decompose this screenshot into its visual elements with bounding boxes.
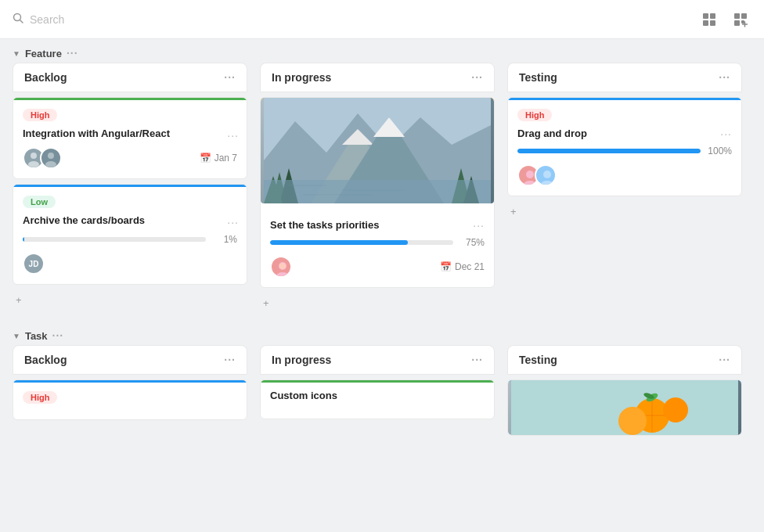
priorities-footer: 📅 Dec 21 xyxy=(270,256,485,278)
priorities-progress-text: 75% xyxy=(459,237,485,248)
card-top-border xyxy=(13,98,247,100)
dragdrop-progress-row: 100% xyxy=(517,146,732,156)
svg-rect-2 xyxy=(703,13,708,19)
dragdrop-card-border xyxy=(508,98,741,100)
task-group-row: ▼ Task ··· xyxy=(0,322,764,345)
board-container: ▼ Feature ··· Backlog ··· High ··· Integ… xyxy=(0,39,764,532)
svg-point-43 xyxy=(618,407,647,435)
feature-columns: Backlog ··· High ··· Integration with An… xyxy=(0,63,764,322)
testing-more-btn[interactable]: ··· xyxy=(719,71,730,84)
svg-rect-4 xyxy=(703,20,708,26)
add-view-button[interactable] xyxy=(730,9,751,31)
search-icon xyxy=(13,13,23,26)
testing-header: Testing ··· xyxy=(507,63,742,92)
priorities-card-image xyxy=(261,98,494,203)
inprogress-task-more-btn[interactable]: ··· xyxy=(471,354,483,366)
backlog-task-header: Backlog ··· xyxy=(13,345,247,375)
svg-rect-6 xyxy=(734,13,740,19)
feature-chevron[interactable]: ▼ xyxy=(13,49,20,58)
priorities-date: 📅 Dec 21 xyxy=(440,261,485,272)
svg-point-14 xyxy=(48,153,54,159)
svg-point-12 xyxy=(31,153,37,159)
task-high-card: High xyxy=(13,379,247,420)
integration-priority: High xyxy=(23,109,57,121)
dragdrop-footer xyxy=(517,164,732,186)
backlog-column: Backlog ··· High ··· Integration with An… xyxy=(6,63,254,312)
priorities-card-body: Set the tasks priorities ··· 75% xyxy=(261,211,494,287)
feature-group-label: Feature xyxy=(25,48,62,59)
svg-point-34 xyxy=(526,171,534,178)
svg-point-44 xyxy=(663,397,688,422)
priorities-title: Set the tasks priorities xyxy=(270,219,379,231)
svg-point-33 xyxy=(279,263,286,269)
inprogress-task-header: In progress ··· xyxy=(260,345,495,375)
scroll-spacer xyxy=(0,442,764,458)
task-high-border xyxy=(13,380,247,383)
search-placeholder: Search xyxy=(30,13,64,26)
archive-progress-bar xyxy=(23,237,206,242)
dragdrop-more[interactable]: ··· xyxy=(720,128,732,140)
archive-more[interactable]: ··· xyxy=(227,216,239,228)
task-high-priority: High xyxy=(23,391,57,404)
header: Search xyxy=(0,0,764,39)
integration-more[interactable]: ··· xyxy=(227,129,239,142)
backlog-task-more-btn[interactable]: ··· xyxy=(224,354,236,366)
search-bar[interactable]: Search xyxy=(13,13,64,26)
inprogress-column: In progress ··· xyxy=(254,63,501,315)
inprogress-task-column: In progress ··· Custom icons xyxy=(254,345,501,419)
backlog-task-label: Backlog xyxy=(24,354,67,366)
archive-progress-fill xyxy=(23,237,24,242)
svg-rect-27 xyxy=(264,180,491,203)
svg-rect-3 xyxy=(710,13,715,19)
archive-card: Low ··· Archive the cards/boards 1% JD xyxy=(13,184,247,285)
task-group-more[interactable]: ··· xyxy=(52,329,64,342)
priorities-avatar-1 xyxy=(270,256,292,278)
priorities-progress-fill xyxy=(270,240,408,245)
testing-task-column: Testing ··· xyxy=(501,345,748,436)
priorities-date-text: Dec 21 xyxy=(455,261,485,272)
integration-date: 📅 Jan 7 xyxy=(200,153,237,164)
archive-card-border xyxy=(13,185,247,187)
feature-group-more[interactable]: ··· xyxy=(67,47,78,59)
archive-avatar: JD xyxy=(23,253,45,275)
inprogress-more-btn[interactable]: ··· xyxy=(471,71,483,84)
inprogress-task-label: In progress xyxy=(272,354,331,366)
calendar-icon: 📅 xyxy=(200,153,211,164)
priorities-more[interactable]: ··· xyxy=(473,219,485,232)
integration-footer: 📅 Jan 7 xyxy=(23,147,237,169)
backlog-label: Backlog xyxy=(24,71,67,84)
testing-task-more-btn[interactable]: ··· xyxy=(719,354,730,366)
task-chevron[interactable]: ▼ xyxy=(13,332,20,340)
testing-column: Testing ··· High Drag and drop ··· 100% xyxy=(501,63,748,224)
calendar-icon-2: 📅 xyxy=(440,261,452,272)
testing-add-card[interactable]: + xyxy=(507,200,742,224)
svg-line-1 xyxy=(20,20,23,23)
priorities-progress-row: 75% xyxy=(270,237,485,248)
backlog-add-card[interactable]: + xyxy=(13,288,247,312)
archive-progress-text: 1% xyxy=(212,234,237,245)
svg-point-37 xyxy=(541,181,553,186)
archive-title: Archive the cards/boards xyxy=(23,214,237,226)
svg-point-15 xyxy=(45,161,56,167)
custom-icons-title: Custom icons xyxy=(270,390,485,401)
inprogress-add-card[interactable]: + xyxy=(260,291,495,315)
testing-label: Testing xyxy=(519,71,557,84)
orange-card xyxy=(507,379,742,436)
integration-date-text: Jan 7 xyxy=(214,153,237,164)
svg-point-36 xyxy=(543,171,551,178)
custom-icons-card: Custom icons xyxy=(260,379,495,419)
grid-view-button[interactable] xyxy=(698,9,720,31)
inprogress-label: In progress xyxy=(272,71,331,84)
testing-add-icon: + xyxy=(510,206,517,217)
svg-rect-7 xyxy=(741,13,747,19)
inprogress-add-icon: + xyxy=(263,297,269,309)
integration-card: High ··· Integration with Angular/React xyxy=(13,97,247,179)
archive-footer: JD xyxy=(23,253,237,275)
dragdrop-progress-bar xyxy=(517,149,701,153)
svg-point-13 xyxy=(28,161,39,167)
priorities-progress-bar xyxy=(270,240,453,245)
backlog-more-btn[interactable]: ··· xyxy=(224,71,236,84)
archive-progress-row: 1% xyxy=(23,234,237,245)
task-columns: Backlog ··· High In progress ··· Custom … xyxy=(0,345,764,442)
dragdrop-card: High Drag and drop ··· 100% xyxy=(507,97,742,196)
